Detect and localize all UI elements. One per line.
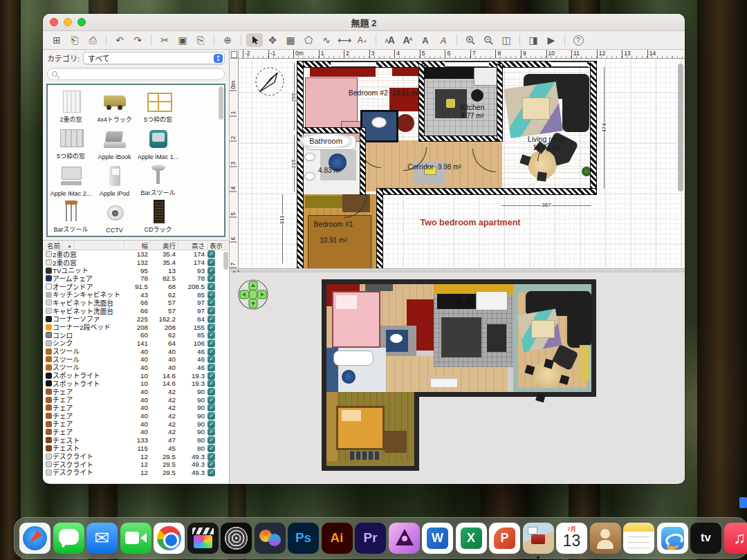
visible-checkbox[interactable]: ✓ — [208, 291, 215, 299]
category-select[interactable]: すべて ▲▼ — [83, 52, 225, 64]
plan-text-annotation[interactable]: Two bedroom apartment — [421, 218, 521, 227]
increase-text-size-icon[interactable]: Aᴬ — [399, 33, 416, 47]
dock-app-icon[interactable] — [590, 523, 621, 554]
wall[interactable] — [360, 128, 365, 194]
catalog-item[interactable]: CDラック — [136, 197, 180, 234]
wall[interactable] — [591, 62, 596, 194]
dock-app-icon[interactable] — [154, 523, 185, 554]
3d-navigation-control[interactable] — [237, 278, 270, 311]
wall[interactable] — [419, 136, 502, 141]
dock-app-icon[interactable]: Ai — [322, 523, 353, 554]
dock-app-icon[interactable] — [523, 523, 554, 554]
column-height[interactable]: 高さ — [178, 241, 208, 250]
wall[interactable] — [419, 64, 424, 140]
zoom-in-icon[interactable] — [462, 33, 479, 47]
cut-icon[interactable]: ✂ — [156, 33, 173, 47]
bold-icon[interactable]: A — [417, 33, 434, 47]
paste-icon[interactable]: ⎘ — [192, 33, 209, 47]
help-icon[interactable]: ? — [570, 33, 587, 47]
catalog-scrollbar[interactable] — [219, 86, 223, 120]
furniture-list-scrollbar[interactable] — [223, 252, 228, 270]
catalog-item[interactable]: Apple iMac 1... — [136, 124, 180, 160]
dock-app-icon[interactable]: Pr — [355, 523, 386, 554]
dock-app-icon[interactable]: ✉ — [86, 523, 118, 554]
decrease-text-size-icon[interactable]: ᴀA — [381, 33, 398, 47]
visible-checkbox[interactable]: ✓ — [208, 412, 215, 420]
catalog-item[interactable]: Barスツール — [136, 160, 180, 197]
window[interactable] — [331, 62, 376, 67]
add-furniture-icon[interactable]: ⊕ — [219, 33, 236, 47]
furniture-catalog[interactable]: 2重の窓 4x4トラック 5つ枠の窓 — [46, 84, 225, 237]
dock-app-icon[interactable]: ♫ — [724, 523, 747, 554]
catalog-item[interactable]: CCTV — [93, 197, 136, 234]
search-input[interactable] — [47, 68, 225, 80]
dock-app-icon[interactable] — [221, 523, 252, 554]
visible-checkbox[interactable]: ✓ — [208, 324, 215, 331]
furniture-list-header[interactable]: 名前▲ 幅 奥行 高さ 表示 — [43, 241, 229, 250]
visible-checkbox[interactable]: ✓ — [208, 428, 215, 436]
window[interactable] — [551, 62, 587, 67]
column-depth[interactable]: 奥行 — [151, 241, 178, 250]
sink-oval[interactable] — [304, 153, 315, 161]
catalog-item[interactable]: Apple iBook — [93, 124, 136, 160]
visible-checkbox[interactable]: ✓ — [208, 364, 215, 371]
pan-tool-icon[interactable]: ✥ — [264, 33, 281, 47]
wall[interactable] — [303, 128, 365, 133]
column-width[interactable]: 幅 — [124, 241, 151, 250]
visible-checkbox[interactable]: ✓ — [208, 445, 215, 452]
visible-checkbox[interactable]: ✓ — [208, 331, 215, 339]
catalog-item[interactable]: Chambordの... — [93, 234, 136, 237]
dock-app-icon[interactable]: tv — [690, 523, 721, 554]
room-label-bathroom[interactable]: Bathroom — [299, 134, 352, 148]
visible-checkbox[interactable]: ✓ — [208, 372, 215, 380]
zoom-out-icon[interactable] — [480, 33, 497, 47]
visible-checkbox[interactable]: ✓ — [208, 453, 215, 460]
visible-checkbox[interactable]: ✓ — [208, 388, 215, 395]
dock-app-icon[interactable] — [53, 523, 84, 554]
room-label-bedroom1[interactable]: Bedroom #1 — [313, 220, 353, 228]
visible-checkbox[interactable]: ✓ — [208, 299, 215, 306]
catalog-item[interactable]: 5つ枠の窓 — [136, 87, 180, 124]
catalog-item[interactable]: Apple iPod — [93, 160, 136, 197]
dining-chair[interactable] — [537, 171, 547, 182]
sink-oval[interactable] — [304, 172, 315, 180]
visible-checkbox[interactable]: ✓ — [208, 315, 215, 323]
window[interactable] — [445, 62, 489, 67]
stool-yellow[interactable] — [446, 99, 455, 108]
3d-render-bedroom1[interactable] — [322, 392, 419, 471]
visible-checkbox[interactable]: ✓ — [208, 380, 215, 387]
create-polylines-icon[interactable]: ∿ — [318, 33, 335, 47]
wall[interactable] — [297, 62, 303, 268]
redo-icon[interactable]: ↷ — [129, 33, 146, 47]
wall[interactable] — [377, 189, 382, 268]
catalog-item[interactable]: CDラック — [49, 234, 93, 237]
catalog-item[interactable]: 2重の窓 — [49, 87, 93, 124]
desktop-item[interactable] — [739, 497, 747, 508]
visible-checkbox[interactable]: ✓ — [208, 469, 215, 476]
visible-checkbox[interactable]: ✓ — [208, 460, 215, 468]
fridge[interactable] — [474, 65, 499, 86]
room-label-kitchen[interactable]: Kitchen9.77 m² — [460, 103, 484, 120]
room-label-living[interactable]: Living room16.04 m² — [528, 135, 565, 151]
create-rooms-icon[interactable]: ⬠ — [300, 33, 317, 47]
room-label-corridor[interactable]: Corridor 9.98 m² — [407, 162, 461, 171]
copy-icon[interactable]: ▣ — [174, 33, 191, 47]
compass-icon[interactable] — [254, 66, 286, 97]
dock-app-icon[interactable]: X — [456, 523, 487, 554]
open-home-icon[interactable]: ⎗ — [66, 33, 83, 47]
visible-checkbox[interactable]: ✓ — [208, 404, 215, 411]
visible-checkbox[interactable]: ✓ — [208, 283, 215, 290]
kitchen-counter[interactable] — [424, 65, 474, 79]
plant[interactable] — [582, 167, 591, 176]
dock-app-icon[interactable] — [623, 523, 654, 554]
dock-app-icon[interactable] — [120, 523, 151, 554]
column-name[interactable]: 名前▲ — [43, 241, 124, 250]
italic-icon[interactable]: A — [435, 33, 452, 47]
dock-app-icon[interactable]: P — [489, 523, 520, 554]
visible-checkbox[interactable]: ✓ — [208, 396, 215, 404]
3d-render-main[interactable] — [322, 279, 596, 397]
view-3d[interactable] — [230, 272, 685, 483]
visible-checkbox[interactable]: ✓ — [208, 250, 215, 258]
plan-view[interactable]: -2-10m1234567891011121314 0m1234567 — [230, 50, 685, 268]
chair-dark[interactable] — [471, 89, 483, 102]
